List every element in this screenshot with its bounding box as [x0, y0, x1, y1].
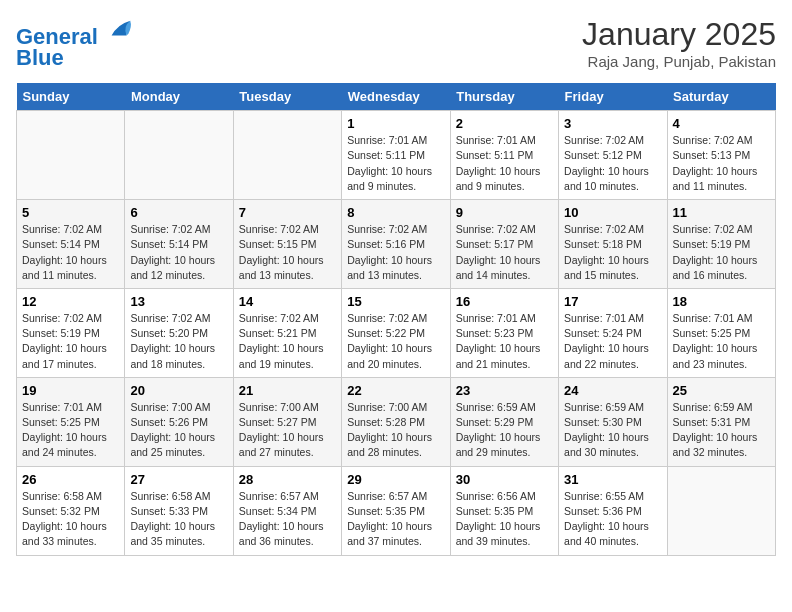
calendar-day-cell: 17Sunrise: 7:01 AM Sunset: 5:24 PM Dayli…	[559, 288, 667, 377]
day-number: 15	[347, 294, 444, 309]
day-number: 7	[239, 205, 336, 220]
day-number: 25	[673, 383, 770, 398]
calendar-day-cell: 24Sunrise: 6:59 AM Sunset: 5:30 PM Dayli…	[559, 377, 667, 466]
day-number: 20	[130, 383, 227, 398]
day-number: 6	[130, 205, 227, 220]
calendar-day-cell: 19Sunrise: 7:01 AM Sunset: 5:25 PM Dayli…	[17, 377, 125, 466]
day-info: Sunrise: 7:01 AM Sunset: 5:23 PM Dayligh…	[456, 311, 553, 372]
weekday-header-friday: Friday	[559, 83, 667, 111]
calendar-table: SundayMondayTuesdayWednesdayThursdayFrid…	[16, 83, 776, 555]
calendar-day-cell: 5Sunrise: 7:02 AM Sunset: 5:14 PM Daylig…	[17, 200, 125, 289]
day-info: Sunrise: 7:02 AM Sunset: 5:18 PM Dayligh…	[564, 222, 661, 283]
day-info: Sunrise: 7:01 AM Sunset: 5:25 PM Dayligh…	[673, 311, 770, 372]
day-number: 31	[564, 472, 661, 487]
calendar-day-cell: 18Sunrise: 7:01 AM Sunset: 5:25 PM Dayli…	[667, 288, 775, 377]
day-number: 26	[22, 472, 119, 487]
day-number: 10	[564, 205, 661, 220]
weekday-header-saturday: Saturday	[667, 83, 775, 111]
day-info: Sunrise: 7:01 AM Sunset: 5:11 PM Dayligh…	[347, 133, 444, 194]
day-number: 27	[130, 472, 227, 487]
calendar-day-cell: 3Sunrise: 7:02 AM Sunset: 5:12 PM Daylig…	[559, 111, 667, 200]
day-info: Sunrise: 7:01 AM Sunset: 5:24 PM Dayligh…	[564, 311, 661, 372]
calendar-day-cell: 30Sunrise: 6:56 AM Sunset: 5:35 PM Dayli…	[450, 466, 558, 555]
calendar-day-cell: 23Sunrise: 6:59 AM Sunset: 5:29 PM Dayli…	[450, 377, 558, 466]
weekday-header-monday: Monday	[125, 83, 233, 111]
calendar-day-cell: 13Sunrise: 7:02 AM Sunset: 5:20 PM Dayli…	[125, 288, 233, 377]
day-info: Sunrise: 6:59 AM Sunset: 5:29 PM Dayligh…	[456, 400, 553, 461]
calendar-day-cell: 8Sunrise: 7:02 AM Sunset: 5:16 PM Daylig…	[342, 200, 450, 289]
day-info: Sunrise: 7:00 AM Sunset: 5:28 PM Dayligh…	[347, 400, 444, 461]
calendar-day-cell: 14Sunrise: 7:02 AM Sunset: 5:21 PM Dayli…	[233, 288, 341, 377]
day-number: 8	[347, 205, 444, 220]
calendar-day-cell: 2Sunrise: 7:01 AM Sunset: 5:11 PM Daylig…	[450, 111, 558, 200]
title-block: January 2025 Raja Jang, Punjab, Pakistan	[582, 16, 776, 70]
calendar-week-row: 12Sunrise: 7:02 AM Sunset: 5:19 PM Dayli…	[17, 288, 776, 377]
calendar-day-cell: 15Sunrise: 7:02 AM Sunset: 5:22 PM Dayli…	[342, 288, 450, 377]
calendar-day-cell: 21Sunrise: 7:00 AM Sunset: 5:27 PM Dayli…	[233, 377, 341, 466]
weekday-header-row: SundayMondayTuesdayWednesdayThursdayFrid…	[17, 83, 776, 111]
day-info: Sunrise: 6:59 AM Sunset: 5:30 PM Dayligh…	[564, 400, 661, 461]
calendar-week-row: 26Sunrise: 6:58 AM Sunset: 5:32 PM Dayli…	[17, 466, 776, 555]
weekday-header-wednesday: Wednesday	[342, 83, 450, 111]
calendar-day-cell: 16Sunrise: 7:01 AM Sunset: 5:23 PM Dayli…	[450, 288, 558, 377]
day-number: 24	[564, 383, 661, 398]
day-number: 28	[239, 472, 336, 487]
day-info: Sunrise: 7:00 AM Sunset: 5:26 PM Dayligh…	[130, 400, 227, 461]
calendar-day-cell: 25Sunrise: 6:59 AM Sunset: 5:31 PM Dayli…	[667, 377, 775, 466]
day-number: 17	[564, 294, 661, 309]
day-info: Sunrise: 7:01 AM Sunset: 5:25 PM Dayligh…	[22, 400, 119, 461]
day-number: 21	[239, 383, 336, 398]
day-info: Sunrise: 7:02 AM Sunset: 5:13 PM Dayligh…	[673, 133, 770, 194]
day-info: Sunrise: 7:02 AM Sunset: 5:22 PM Dayligh…	[347, 311, 444, 372]
day-number: 16	[456, 294, 553, 309]
calendar-day-cell: 28Sunrise: 6:57 AM Sunset: 5:34 PM Dayli…	[233, 466, 341, 555]
calendar-day-cell: 29Sunrise: 6:57 AM Sunset: 5:35 PM Dayli…	[342, 466, 450, 555]
calendar-day-cell: 26Sunrise: 6:58 AM Sunset: 5:32 PM Dayli…	[17, 466, 125, 555]
calendar-subtitle: Raja Jang, Punjab, Pakistan	[582, 53, 776, 70]
day-info: Sunrise: 6:59 AM Sunset: 5:31 PM Dayligh…	[673, 400, 770, 461]
day-info: Sunrise: 7:02 AM Sunset: 5:16 PM Dayligh…	[347, 222, 444, 283]
day-info: Sunrise: 7:00 AM Sunset: 5:27 PM Dayligh…	[239, 400, 336, 461]
day-info: Sunrise: 7:02 AM Sunset: 5:17 PM Dayligh…	[456, 222, 553, 283]
day-info: Sunrise: 7:01 AM Sunset: 5:11 PM Dayligh…	[456, 133, 553, 194]
day-number: 12	[22, 294, 119, 309]
calendar-day-cell	[125, 111, 233, 200]
day-info: Sunrise: 6:55 AM Sunset: 5:36 PM Dayligh…	[564, 489, 661, 550]
day-number: 11	[673, 205, 770, 220]
day-info: Sunrise: 7:02 AM Sunset: 5:21 PM Dayligh…	[239, 311, 336, 372]
day-info: Sunrise: 7:02 AM Sunset: 5:19 PM Dayligh…	[673, 222, 770, 283]
calendar-day-cell: 10Sunrise: 7:02 AM Sunset: 5:18 PM Dayli…	[559, 200, 667, 289]
day-number: 2	[456, 116, 553, 131]
day-info: Sunrise: 6:58 AM Sunset: 5:32 PM Dayligh…	[22, 489, 119, 550]
calendar-day-cell: 4Sunrise: 7:02 AM Sunset: 5:13 PM Daylig…	[667, 111, 775, 200]
calendar-day-cell: 9Sunrise: 7:02 AM Sunset: 5:17 PM Daylig…	[450, 200, 558, 289]
calendar-day-cell: 7Sunrise: 7:02 AM Sunset: 5:15 PM Daylig…	[233, 200, 341, 289]
day-info: Sunrise: 6:58 AM Sunset: 5:33 PM Dayligh…	[130, 489, 227, 550]
day-number: 23	[456, 383, 553, 398]
day-info: Sunrise: 6:56 AM Sunset: 5:35 PM Dayligh…	[456, 489, 553, 550]
calendar-title: January 2025	[582, 16, 776, 53]
day-number: 22	[347, 383, 444, 398]
day-number: 4	[673, 116, 770, 131]
calendar-day-cell: 12Sunrise: 7:02 AM Sunset: 5:19 PM Dayli…	[17, 288, 125, 377]
logo-bird-icon	[106, 16, 134, 44]
day-info: Sunrise: 6:57 AM Sunset: 5:35 PM Dayligh…	[347, 489, 444, 550]
day-number: 5	[22, 205, 119, 220]
day-number: 3	[564, 116, 661, 131]
day-number: 9	[456, 205, 553, 220]
calendar-day-cell: 22Sunrise: 7:00 AM Sunset: 5:28 PM Dayli…	[342, 377, 450, 466]
day-number: 30	[456, 472, 553, 487]
calendar-day-cell: 1Sunrise: 7:01 AM Sunset: 5:11 PM Daylig…	[342, 111, 450, 200]
calendar-week-row: 1Sunrise: 7:01 AM Sunset: 5:11 PM Daylig…	[17, 111, 776, 200]
weekday-header-tuesday: Tuesday	[233, 83, 341, 111]
logo: General Blue	[16, 16, 134, 71]
calendar-day-cell: 27Sunrise: 6:58 AM Sunset: 5:33 PM Dayli…	[125, 466, 233, 555]
day-info: Sunrise: 6:57 AM Sunset: 5:34 PM Dayligh…	[239, 489, 336, 550]
day-info: Sunrise: 7:02 AM Sunset: 5:12 PM Dayligh…	[564, 133, 661, 194]
day-info: Sunrise: 7:02 AM Sunset: 5:14 PM Dayligh…	[130, 222, 227, 283]
day-info: Sunrise: 7:02 AM Sunset: 5:15 PM Dayligh…	[239, 222, 336, 283]
calendar-day-cell	[667, 466, 775, 555]
calendar-day-cell: 20Sunrise: 7:00 AM Sunset: 5:26 PM Dayli…	[125, 377, 233, 466]
page-header: General Blue January 2025 Raja Jang, Pun…	[16, 16, 776, 71]
day-number: 1	[347, 116, 444, 131]
